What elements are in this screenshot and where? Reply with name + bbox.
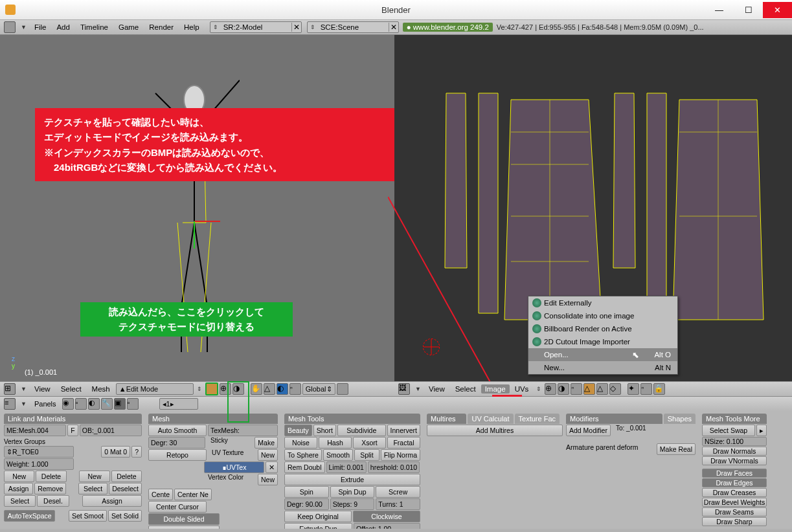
collapse-icon[interactable]: ▼ bbox=[21, 401, 27, 407]
doublesided-button[interactable]: Double Sided bbox=[148, 513, 220, 525]
menu-2d-cutout[interactable]: 2D Cutout Image Importer bbox=[528, 335, 677, 348]
ob-field[interactable]: OB:_0.001 bbox=[80, 425, 142, 436]
screen-selector[interactable]: ⇕SR:2-Model✕ bbox=[210, 21, 302, 33]
window-type-icon[interactable] bbox=[4, 21, 16, 33]
retopo-button[interactable]: Retopo bbox=[148, 449, 207, 461]
vg-selector[interactable]: ⇕ R_TOE0 bbox=[4, 446, 74, 458]
remove-button[interactable]: Remove bbox=[34, 483, 66, 494]
uv-editor[interactable]: Edit Externally Consolidate into one ima… bbox=[394, 35, 792, 381]
red-callout: テクスチャを貼って確認したい時は、エディットモードでイメージを読み込みます。※イ… bbox=[35, 108, 408, 181]
maximize-button[interactable]: ☐ bbox=[734, 2, 763, 18]
q-button[interactable]: ? bbox=[131, 446, 142, 458]
blender-url[interactable]: ● www.blender.org 249.2 bbox=[403, 23, 493, 32]
delete-button[interactable]: Delete bbox=[36, 471, 66, 482]
novnorm-button[interactable]: No V.Normal Flip bbox=[148, 526, 220, 529]
texmesh-field[interactable]: TexMesh: bbox=[208, 425, 278, 436]
menu-billboard[interactable]: Billboard Render on Active bbox=[528, 322, 677, 335]
menu-file[interactable]: File bbox=[34, 23, 47, 31]
ctx-scene-icon[interactable]: ▫ bbox=[127, 398, 139, 410]
menu-uvs[interactable]: UVs bbox=[515, 385, 529, 393]
menu-edit-externally[interactable]: Edit Externally bbox=[528, 296, 677, 309]
buttons-type-icon[interactable]: ≡ bbox=[4, 398, 16, 410]
frame-field[interactable]: ◂ 1 ▸ bbox=[159, 398, 198, 410]
collapse-icon[interactable]: ▼ bbox=[21, 24, 27, 30]
subdivide-button[interactable]: Subdivide bbox=[337, 425, 386, 436]
desel-button[interactable]: Desel. bbox=[37, 495, 69, 507]
scale-icon[interactable]: ▫ bbox=[289, 383, 301, 395]
scene-selector[interactable]: ⇕SCE:Scene✕ bbox=[307, 21, 399, 33]
layer-icon[interactable] bbox=[337, 383, 348, 395]
uvnew-button[interactable]: New bbox=[258, 449, 278, 461]
translate-icon[interactable]: △ bbox=[264, 383, 275, 395]
uv-vertex-icon[interactable]: ▫ bbox=[571, 383, 582, 395]
menu-view[interactable]: View bbox=[429, 385, 445, 393]
setsolid-button[interactable]: Set Solid bbox=[108, 510, 142, 522]
ctx-editing-icon[interactable]: ▣ bbox=[114, 398, 126, 410]
manipulator-icon[interactable]: ✋ bbox=[251, 383, 262, 395]
scene-x-icon[interactable]: ✕ bbox=[389, 23, 398, 32]
menu-mesh[interactable]: Mesh bbox=[92, 385, 110, 393]
menu-select[interactable]: Select bbox=[455, 385, 476, 393]
uv-face-icon[interactable]: △ bbox=[596, 383, 608, 395]
view3d-type-icon[interactable]: ⊞ bbox=[4, 383, 16, 395]
menu-select[interactable]: Select bbox=[61, 385, 82, 393]
menu-image[interactable]: Image bbox=[481, 384, 510, 393]
make-real-button[interactable]: Make Real bbox=[657, 443, 696, 455]
add-modifier-button[interactable]: Add Modifier bbox=[566, 425, 611, 436]
uv-island-icon[interactable]: ◇ bbox=[609, 383, 621, 395]
ctx-shading-icon[interactable]: ◐ bbox=[88, 398, 100, 410]
new-button[interactable]: New bbox=[4, 471, 34, 482]
window-title: Blender bbox=[381, 5, 411, 15]
menu-new[interactable]: New...Alt N bbox=[528, 361, 677, 374]
ctx-logic-icon[interactable]: ◉ bbox=[62, 398, 74, 410]
ctx-script-icon[interactable]: ▫ bbox=[75, 398, 87, 410]
rotate-icon[interactable]: ◐ bbox=[277, 383, 288, 395]
pivot-button[interactable]: ⊕ bbox=[220, 383, 231, 395]
close-button[interactable]: ✕ bbox=[763, 2, 792, 18]
3d-viewport[interactable]: テクスチャを貼って確認したい時は、エディットモードでイメージを読み込みます。※イ… bbox=[0, 35, 394, 381]
degr-field[interactable]: Degr: 30 bbox=[148, 437, 205, 449]
assign-button[interactable]: Assign bbox=[4, 483, 33, 494]
menu-game[interactable]: Game bbox=[119, 23, 139, 31]
sticky-icon[interactable]: ✦ bbox=[628, 383, 639, 395]
autosmooth-button[interactable]: Auto Smooth bbox=[148, 425, 207, 436]
setsmooth-button[interactable]: Set Smoot bbox=[69, 510, 107, 522]
extrude-button[interactable]: Extrude bbox=[284, 474, 420, 485]
orientation-selector[interactable]: Global ⇕ bbox=[302, 383, 335, 395]
select-button[interactable]: Select bbox=[4, 495, 36, 507]
add-multires-button[interactable]: Add Multires bbox=[427, 425, 563, 436]
svg-marker-11 bbox=[613, 93, 635, 268]
ctx-object-icon[interactable]: 🔧 bbox=[101, 398, 113, 410]
autotex-button[interactable]: AutoTexSpace bbox=[4, 510, 55, 522]
pivot-icon[interactable]: ⊕ bbox=[545, 383, 556, 395]
menu-consolidate[interactable]: Consolidate into one image bbox=[528, 309, 677, 322]
menu-render[interactable]: Render bbox=[149, 23, 174, 31]
svg-marker-12 bbox=[647, 93, 666, 313]
menu-open[interactable]: Open...⬉Alt O bbox=[528, 348, 677, 361]
2d-cursor-icon bbox=[423, 338, 440, 355]
mode-selector[interactable]: ▲ Edit Mode bbox=[116, 383, 194, 395]
collapse-icon[interactable]: ▼ bbox=[21, 386, 27, 392]
weight-field[interactable]: Weight: 1.000 bbox=[4, 458, 74, 470]
menu-view[interactable]: View bbox=[34, 385, 51, 393]
menu-help[interactable]: Help bbox=[184, 23, 199, 31]
minimize-button[interactable]: — bbox=[705, 2, 734, 18]
me-field[interactable]: ME:Mesh.004 bbox=[4, 425, 66, 436]
lock-icon[interactable]: 🔒 bbox=[653, 383, 665, 395]
snap-icon[interactable]: ▫ bbox=[640, 383, 652, 395]
uvtex-slot[interactable]: ∎ UVTex bbox=[204, 461, 264, 473]
draw-type-button[interactable] bbox=[205, 382, 218, 395]
mat-button[interactable]: 0 Mat 0 bbox=[101, 446, 130, 458]
sync-icon[interactable]: ◑ bbox=[558, 383, 569, 395]
centre-button[interactable]: Cente bbox=[148, 489, 173, 500]
uv-edge-icon[interactable]: △ bbox=[583, 383, 595, 395]
centrenew-button[interactable]: Center Ne bbox=[174, 489, 212, 500]
menu-add[interactable]: Add bbox=[56, 23, 69, 31]
lhs-button[interactable]: ◑ bbox=[232, 383, 244, 395]
uveditor-type-icon[interactable]: 🖼 bbox=[398, 383, 410, 395]
screen-x-icon[interactable]: ✕ bbox=[291, 23, 301, 32]
make-button[interactable]: Make bbox=[255, 437, 278, 449]
collapse-icon[interactable]: ▼ bbox=[415, 386, 421, 392]
centrecursor-button[interactable]: Center Cursor bbox=[148, 501, 207, 513]
menu-timeline[interactable]: Timeline bbox=[80, 23, 108, 31]
